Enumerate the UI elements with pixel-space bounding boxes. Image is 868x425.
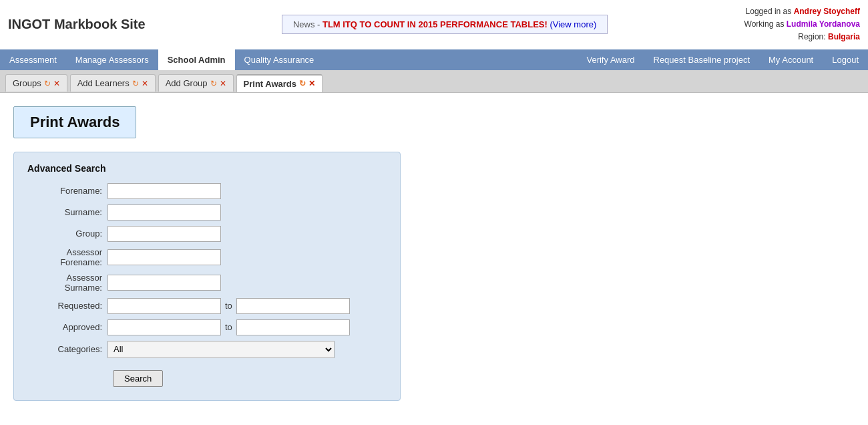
- assessor-surname-input[interactable]: [107, 275, 221, 291]
- top-bar: INGOT Markbook Site News - TLM ITQ TO CO…: [0, 0, 868, 49]
- requested-label: Requested:: [27, 301, 107, 311]
- nav-item-logout[interactable]: Logout: [823, 49, 868, 70]
- approved-row: Approved: to: [27, 319, 387, 335]
- tab-groups-reload-icon[interactable]: ↻: [44, 79, 51, 88]
- tab-add-group-label: Add Group: [166, 78, 208, 88]
- tab-add-group-close-icon[interactable]: ✕: [220, 79, 226, 88]
- news-separator: -: [317, 19, 322, 29]
- advanced-search-panel: Advanced Search Forename: Surname: Group…: [13, 152, 401, 401]
- search-button[interactable]: Search: [113, 370, 163, 387]
- tab-print-awards[interactable]: Print Awards ↻ ✕: [236, 74, 322, 92]
- nav-item-quality-assurance[interactable]: Quality Assurance: [235, 49, 324, 70]
- search-button-row: Search: [27, 364, 387, 387]
- user-info: Logged in as Andrey Stoycheff Working as…: [744, 5, 860, 44]
- group-row: Group:: [27, 226, 387, 242]
- approved-from-input[interactable]: [107, 319, 221, 335]
- surname-label: Surname:: [27, 207, 107, 217]
- surname-input[interactable]: [107, 204, 221, 221]
- assessor-forename-row: Assessor Forename:: [27, 247, 387, 267]
- approved-label: Approved:: [27, 322, 107, 332]
- news-label: News: [293, 19, 315, 29]
- tab-print-awards-close-icon[interactable]: ✕: [308, 79, 315, 88]
- group-label: Group:: [27, 229, 107, 239]
- working-as-label: Working as: [744, 19, 785, 29]
- tab-groups[interactable]: Groups ↻ ✕: [5, 74, 67, 92]
- tab-add-learners[interactable]: Add Learners ↻ ✕: [70, 74, 156, 92]
- tab-print-awards-label: Print Awards: [244, 79, 296, 89]
- requested-to-input[interactable]: [236, 298, 350, 314]
- page-title: Print Awards: [13, 106, 136, 138]
- nav-item-manage-assessors[interactable]: Manage Assessors: [66, 49, 158, 70]
- tab-groups-label: Groups: [13, 78, 41, 88]
- logged-in-label: Logged in as: [746, 7, 792, 16]
- nav-item-assessment[interactable]: Assessment: [0, 49, 66, 70]
- tab-add-learners-close-icon[interactable]: ✕: [142, 79, 148, 88]
- main-nav: Assessment Manage Assessors School Admin…: [0, 49, 868, 70]
- nav-right: Verify Award Request Baseline project My…: [577, 49, 868, 70]
- tabs-bar: Groups ↻ ✕ Add Learners ↻ ✕ Add Group ↻ …: [0, 70, 868, 93]
- news-link[interactable]: (View more): [550, 19, 596, 29]
- requested-to-label: to: [225, 301, 232, 311]
- requested-from-input[interactable]: [107, 298, 221, 314]
- nav-item-verify-award[interactable]: Verify Award: [577, 49, 644, 70]
- forename-input[interactable]: [107, 183, 221, 199]
- forename-label: Forename:: [27, 186, 107, 196]
- approved-to-input[interactable]: [236, 319, 350, 335]
- tab-groups-close-icon[interactable]: ✕: [53, 79, 60, 88]
- categories-label: Categories:: [27, 344, 107, 354]
- region-value: Bulgaria: [828, 32, 860, 41]
- group-input[interactable]: [107, 226, 221, 242]
- region-label: Region:: [798, 32, 825, 41]
- nav-item-school-admin[interactable]: School Admin: [158, 49, 235, 70]
- tab-add-group[interactable]: Add Group ↻ ✕: [158, 74, 234, 92]
- user-name: Andrey Stoycheff: [794, 7, 860, 16]
- assessor-surname-row: Assessor Surname:: [27, 273, 387, 293]
- tab-add-group-reload-icon[interactable]: ↻: [210, 79, 217, 88]
- forename-row: Forename:: [27, 183, 387, 199]
- site-title: INGOT Markbook Site: [8, 17, 146, 32]
- tab-add-learners-reload-icon[interactable]: ↻: [132, 79, 139, 88]
- assessor-forename-input[interactable]: [107, 249, 221, 265]
- assessor-forename-label: Assessor Forename:: [27, 247, 107, 267]
- categories-row: Categories: All: [27, 341, 387, 358]
- tab-print-awards-reload-icon[interactable]: ↻: [299, 79, 306, 88]
- content: Print Awards Advanced Search Forename: S…: [0, 93, 868, 414]
- nav-item-my-account[interactable]: My Account: [759, 49, 823, 70]
- requested-row: Requested: to: [27, 298, 387, 314]
- news-banner: News - TLM ITQ TO COUNT IN 2015 PERFORMA…: [282, 15, 608, 34]
- assessor-surname-label: Assessor Surname:: [27, 273, 107, 293]
- news-highlight: TLM ITQ TO COUNT IN 2015 PERFORMANCE TAB…: [322, 19, 548, 29]
- working-name: Ludmila Yordanova: [787, 19, 860, 29]
- tab-add-learners-label: Add Learners: [77, 78, 130, 88]
- nav-item-request-baseline[interactable]: Request Baseline project: [644, 49, 760, 70]
- approved-to-label: to: [225, 322, 232, 332]
- advanced-search-heading: Advanced Search: [27, 163, 387, 174]
- categories-select[interactable]: All: [107, 341, 335, 358]
- surname-row: Surname:: [27, 204, 387, 221]
